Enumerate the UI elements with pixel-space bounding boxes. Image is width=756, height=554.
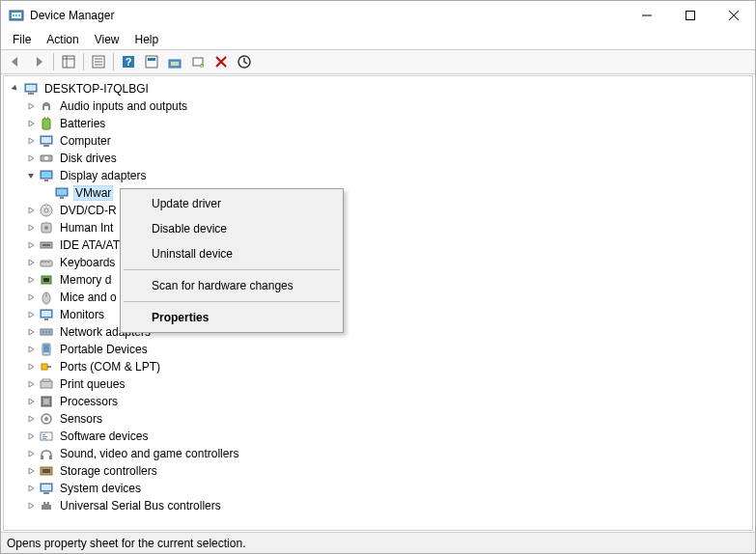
category-icon — [39, 272, 54, 288]
category-icon — [39, 116, 54, 131]
tree-category[interactable]: System devices — [8, 480, 752, 497]
svg-point-65 — [48, 331, 50, 333]
expander-icon[interactable] — [23, 151, 39, 166]
tree-label: Audio inputs and outputs — [58, 99, 189, 113]
expander-icon[interactable] — [23, 255, 39, 270]
menu-file[interactable]: File — [5, 31, 39, 48]
svg-rect-88 — [42, 505, 51, 510]
expander-icon[interactable] — [23, 359, 39, 374]
expander-icon[interactable] — [23, 203, 39, 218]
expander-icon[interactable] — [23, 116, 39, 131]
titlebar: Device Manager — [1, 1, 755, 30]
category-icon — [39, 342, 54, 357]
ctx-properties[interactable]: Properties — [123, 305, 341, 330]
ctx-separator — [124, 269, 340, 270]
menu-view[interactable]: View — [87, 31, 127, 48]
toolbar-separator — [83, 53, 84, 70]
statusbar: Opens property sheet for the current sel… — [1, 532, 755, 553]
svg-rect-79 — [42, 438, 46, 439]
back-button[interactable] — [5, 51, 26, 72]
forward-button[interactable] — [28, 51, 49, 72]
svg-rect-6 — [686, 12, 694, 20]
category-icon — [39, 133, 54, 149]
expander-icon[interactable] — [23, 98, 39, 114]
svg-rect-69 — [47, 366, 51, 368]
ctx-scan-hardware[interactable]: Scan for hardware changes — [123, 273, 341, 298]
svg-rect-9 — [63, 56, 74, 68]
expander-icon[interactable] — [8, 81, 23, 97]
expander-icon[interactable] — [23, 463, 39, 479]
category-icon — [39, 98, 54, 114]
uninstall-button[interactable] — [210, 51, 232, 72]
tree-label: DVD/CD-R — [58, 204, 119, 217]
close-button[interactable] — [712, 1, 755, 30]
expander-icon[interactable] — [23, 290, 39, 305]
tree-label: Print queues — [58, 377, 126, 391]
tree-category[interactable]: Disk drives — [8, 150, 752, 167]
category-icon — [39, 168, 54, 183]
tree-category[interactable]: Processors — [8, 393, 752, 410]
toolbar-separator — [113, 53, 114, 70]
disable-button[interactable] — [234, 51, 255, 72]
update-driver-button[interactable] — [164, 51, 185, 72]
help-button[interactable]: ? — [118, 51, 139, 72]
tree-label: Sound, video and game controllers — [58, 447, 240, 460]
expander-icon[interactable] — [23, 446, 39, 461]
category-icon — [39, 463, 54, 479]
tree-category[interactable]: Storage controllers — [8, 462, 752, 480]
scan-hardware-button[interactable]: + — [187, 51, 209, 72]
tree-category[interactable]: Universal Serial Bus controllers — [8, 497, 752, 514]
minimize-button[interactable] — [625, 1, 668, 30]
category-icon — [39, 481, 54, 496]
tree-category[interactable]: Sound, video and game controllers — [8, 445, 752, 462]
expander-icon[interactable] — [23, 237, 39, 253]
svg-text:?: ? — [126, 56, 132, 68]
expander-icon[interactable] — [23, 133, 39, 149]
menu-action[interactable]: Action — [39, 31, 86, 48]
expander-icon[interactable] — [23, 498, 39, 513]
tree-category[interactable]: Ports (COM & LPT) — [8, 358, 752, 375]
svg-rect-80 — [41, 456, 43, 459]
tree-category[interactable]: Audio inputs and outputs — [8, 97, 752, 115]
expander-icon[interactable] — [23, 376, 39, 392]
expander-icon[interactable] — [23, 220, 39, 235]
menubar: File Action View Help — [1, 30, 755, 49]
expander-icon[interactable] — [23, 307, 39, 322]
tree-category[interactable]: Batteries — [8, 115, 752, 132]
category-icon — [39, 255, 54, 270]
maximize-button[interactable] — [668, 1, 712, 30]
svg-point-4 — [18, 14, 20, 16]
tree-category[interactable]: Sensors — [8, 410, 752, 428]
svg-rect-81 — [49, 456, 52, 459]
menu-help[interactable]: Help — [127, 31, 167, 48]
expander-icon[interactable] — [23, 168, 39, 183]
svg-rect-30 — [28, 93, 34, 95]
tree-category[interactable]: Portable Devices — [8, 341, 752, 358]
expander-icon[interactable] — [23, 272, 39, 288]
ctx-uninstall-device[interactable]: Uninstall device — [123, 241, 341, 266]
action-button[interactable] — [141, 51, 162, 72]
expander-icon[interactable] — [23, 481, 39, 496]
computer-icon — [23, 81, 39, 97]
properties-button[interactable] — [88, 51, 109, 72]
tree-category[interactable]: Software devices — [8, 428, 752, 445]
ctx-update-driver[interactable]: Update driver — [123, 191, 341, 216]
tree-category[interactable]: Display adapters — [8, 167, 752, 184]
ctx-disable-device[interactable]: Disable device — [123, 216, 341, 241]
tree-root[interactable]: DESKTOP-I7QLBGI — [8, 80, 752, 97]
svg-rect-33 — [47, 117, 48, 119]
show-hide-tree-button[interactable] — [58, 51, 79, 72]
expander-icon[interactable] — [23, 324, 39, 340]
svg-rect-31 — [42, 119, 50, 129]
device-tree-panel[interactable]: DESKTOP-I7QLBGI Audio inputs and outputs… — [3, 75, 753, 531]
tree-category[interactable]: Computer — [8, 132, 752, 150]
svg-point-2 — [13, 14, 14, 16]
tree-category[interactable]: Print queues — [8, 375, 752, 393]
svg-rect-40 — [42, 172, 51, 178]
expander-icon[interactable] — [23, 342, 39, 357]
expander-icon[interactable] — [23, 411, 39, 427]
expander-icon[interactable] — [23, 429, 39, 444]
status-text: Opens property sheet for the current sel… — [7, 537, 245, 550]
category-icon — [39, 324, 54, 340]
expander-icon[interactable] — [23, 394, 39, 409]
